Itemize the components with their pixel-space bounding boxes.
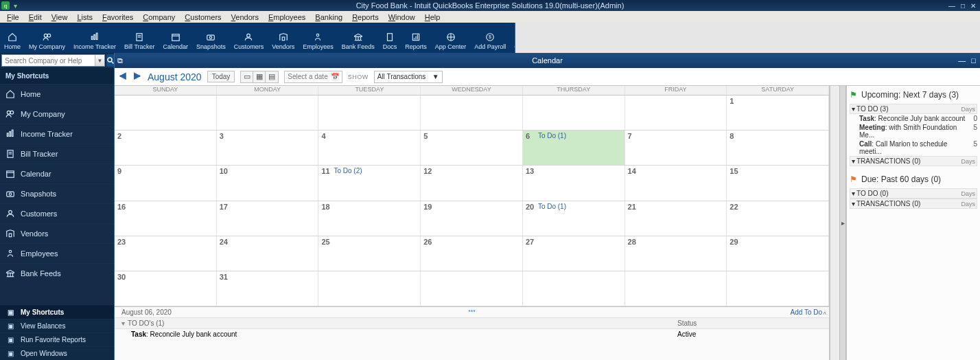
toolbar-my-company-button[interactable]: My Company xyxy=(25,23,69,53)
restore-down-icon[interactable]: ⧉ xyxy=(115,56,123,65)
calendar-day[interactable] xyxy=(625,271,727,306)
toolbar-bill-tracker-button[interactable]: Bill Tracker xyxy=(120,23,159,53)
window-minimize-icon[interactable]: — xyxy=(948,2,955,10)
calendar-day[interactable] xyxy=(523,95,625,130)
calendar-day[interactable]: 26 xyxy=(421,236,523,271)
child-minimize-icon[interactable]: — xyxy=(958,56,966,65)
calendar-day[interactable]: 30 xyxy=(115,271,217,306)
menu-favorites[interactable]: Favorites xyxy=(102,13,133,21)
calendar-day[interactable]: 6To Do (1) xyxy=(523,131,625,165)
menu-banking[interactable]: Banking xyxy=(315,13,342,21)
upcoming-item[interactable]: Call: Call Marion to schedule meeti...5 xyxy=(850,139,977,156)
sidebar-item-snapshots[interactable]: Snapshots xyxy=(0,183,114,203)
sidebar-item-calendar[interactable]: Calendar xyxy=(0,164,114,183)
day-todo-badge[interactable]: To Do (1) xyxy=(538,132,566,139)
sidebar-item-my-company[interactable]: My Company xyxy=(0,104,114,124)
day-todo-badge[interactable]: To Do (2) xyxy=(334,167,362,175)
toolbar-snapshots-button[interactable]: Snapshots xyxy=(192,23,230,53)
drag-handle-icon[interactable]: ••• xyxy=(468,307,476,315)
menu-vendors[interactable]: Vendors xyxy=(231,13,259,21)
calendar-day[interactable]: 5 xyxy=(421,131,523,165)
calendar-day[interactable]: 21 xyxy=(625,201,727,236)
sidebar-item-income-tracker[interactable]: Income Tracker xyxy=(0,124,114,144)
menu-company[interactable]: Company xyxy=(143,13,175,21)
toolbar-reports-button[interactable]: Reports xyxy=(401,23,431,53)
menu-lists[interactable]: Lists xyxy=(77,13,93,21)
today-button[interactable]: Today xyxy=(207,71,235,82)
month-view-icon[interactable]: ▤ xyxy=(266,71,278,82)
toolbar-bank-feeds-button[interactable]: Bank Feeds xyxy=(338,23,379,53)
sidebar-item-bill-tracker[interactable]: Bill Tracker xyxy=(0,144,114,164)
menu-customers[interactable]: Customers xyxy=(185,13,221,21)
calendar-day[interactable]: 27 xyxy=(523,236,625,271)
calendar-day[interactable] xyxy=(115,95,217,130)
calendar-day[interactable]: 25 xyxy=(318,236,421,271)
calendar-day[interactable] xyxy=(318,271,421,306)
menu-employees[interactable]: Employees xyxy=(268,13,305,21)
sidebar-item-vendors[interactable]: Vendors xyxy=(0,223,114,243)
calendar-day[interactable]: 3 xyxy=(217,131,319,165)
sidebar-item-bank-feeds[interactable]: Bank Feeds xyxy=(0,263,114,283)
calendar-day[interactable] xyxy=(421,95,523,130)
calendar-day[interactable]: 28 xyxy=(625,236,727,271)
menu-reports[interactable]: Reports xyxy=(352,13,379,21)
calendar-day[interactable]: 4 xyxy=(318,131,421,165)
calendar-scrollbar[interactable] xyxy=(830,86,839,360)
menu-edit[interactable]: Edit xyxy=(29,13,42,21)
menu-window[interactable]: Window xyxy=(388,13,415,21)
right-panel-collapser[interactable]: ▸ xyxy=(839,86,846,360)
sidebar-footer-open-windows[interactable]: ▣Open Windows xyxy=(0,346,114,360)
menu-help[interactable]: Help xyxy=(425,13,441,21)
add-todo-link[interactable]: Add To Do xyxy=(790,308,822,316)
toolbar-customers-button[interactable]: Customers xyxy=(230,23,268,53)
calendar-day[interactable]: 20To Do (1) xyxy=(523,201,625,236)
toolbar-employees-button[interactable]: Employees xyxy=(299,23,338,53)
menu-view[interactable]: View xyxy=(51,13,68,21)
toolbar-add-payroll-button[interactable]: $Add Payroll xyxy=(470,23,510,53)
calendar-day[interactable]: 23 xyxy=(115,236,217,271)
upcoming-item[interactable]: Task: Reconcile July bank account0 xyxy=(850,114,977,123)
sidebar-footer-run-favorite-reports[interactable]: ▣Run Favorite Reports xyxy=(0,333,114,346)
toolbar-home-button[interactable]: Home xyxy=(0,23,25,53)
sidebar-item-home[interactable]: Home xyxy=(0,84,114,104)
section-caret-icon[interactable]: ▾ xyxy=(121,319,125,327)
search-company-box[interactable]: ▼ xyxy=(1,54,105,67)
detail-collapse-icon[interactable]: ^ xyxy=(823,311,826,319)
calendar-day[interactable]: 24 xyxy=(217,236,319,271)
calendar-day[interactable]: 10 xyxy=(217,166,319,200)
toolbar-calendar-button[interactable]: Calendar xyxy=(159,23,193,53)
sidebar-footer-view-balances[interactable]: ▣View Balances xyxy=(0,319,114,333)
calendar-day[interactable] xyxy=(318,95,421,130)
calendar-day[interactable]: 8 xyxy=(727,131,829,165)
toolbar-docs-button[interactable]: Docs xyxy=(379,23,401,53)
calendar-day[interactable]: 9 xyxy=(115,166,217,200)
calendar-day[interactable]: 16 xyxy=(115,201,217,236)
window-maximize-icon[interactable]: □ xyxy=(961,2,965,10)
app-menu-icon[interactable]: ▾ xyxy=(11,1,19,10)
search-input[interactable] xyxy=(2,57,95,65)
sidebar-footer-my-shortcuts[interactable]: ▣My Shortcuts xyxy=(0,305,114,319)
calendar-day[interactable]: 13 xyxy=(523,166,625,200)
calendar-day[interactable]: 12 xyxy=(421,166,523,200)
day-todo-badge[interactable]: To Do (1) xyxy=(538,203,566,210)
calendar-day[interactable] xyxy=(523,271,625,306)
toolbar-app-center-button[interactable]: App Center xyxy=(431,23,471,53)
calendar-day[interactable]: 29 xyxy=(727,236,829,271)
calendar-day[interactable]: 14 xyxy=(625,166,727,200)
menu-file[interactable]: File xyxy=(7,13,19,21)
upcoming-trans-header[interactable]: ▾TRANSACTIONS (0)Days xyxy=(850,156,977,166)
calendar-day[interactable]: 11To Do (2) xyxy=(318,166,421,200)
calendar-day[interactable]: 31 xyxy=(217,271,319,306)
calendar-day[interactable]: 17 xyxy=(217,201,319,236)
calendar-day[interactable]: 19 xyxy=(421,201,523,236)
toolbar-income-tracker-button[interactable]: Income Tracker xyxy=(69,23,120,53)
calendar-day[interactable]: 18 xyxy=(318,201,421,236)
calendar-day[interactable] xyxy=(217,95,319,130)
calendar-day[interactable]: 2 xyxy=(115,131,217,165)
prev-month-button[interactable]: ⯇ xyxy=(119,71,128,82)
window-close-icon[interactable]: ✕ xyxy=(970,2,976,10)
due-trans-header[interactable]: ▾TRANSACTIONS (0)Days xyxy=(850,199,977,209)
day-view-icon[interactable]: ▭ xyxy=(241,71,253,82)
calendar-day[interactable] xyxy=(421,271,523,306)
upcoming-todo-header[interactable]: ▾TO DO (3)Days xyxy=(850,104,977,114)
